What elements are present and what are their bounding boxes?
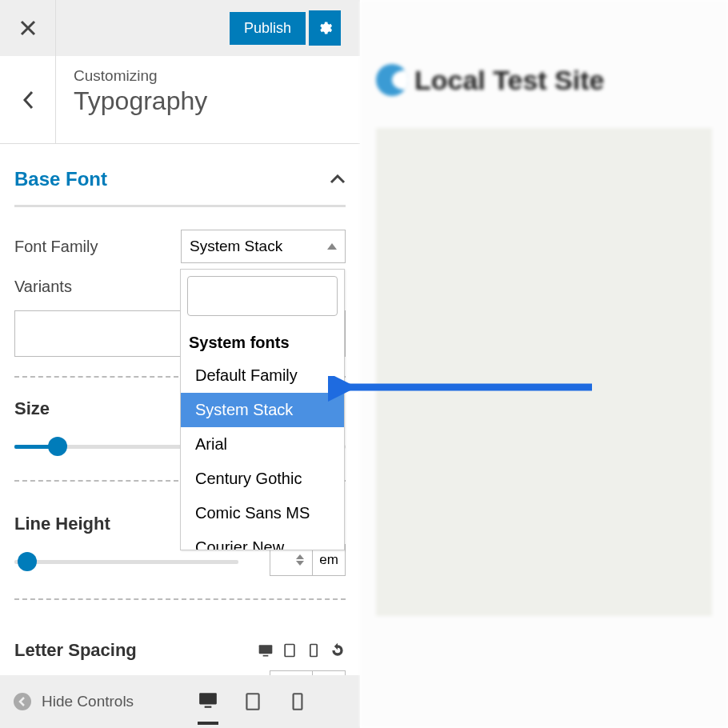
- chevron-up-icon: [330, 174, 346, 184]
- dropdown-item-arial[interactable]: Arial: [181, 427, 344, 462]
- reset-icon[interactable]: [330, 642, 346, 658]
- line-height-slider[interactable]: em: [14, 554, 346, 570]
- base-font-section[interactable]: Base Font: [14, 158, 346, 207]
- page-title: Typography: [74, 86, 207, 116]
- svg-point-4: [14, 693, 31, 710]
- dropdown-item-comic-sans[interactable]: Comic Sans MS: [181, 496, 344, 530]
- site-title: Local Test Site: [414, 65, 604, 96]
- variants-label: Variants: [14, 278, 72, 296]
- breadcrumb: Customizing: [74, 67, 207, 85]
- slider-thumb[interactable]: [18, 552, 37, 571]
- collapse-left-icon: [13, 692, 32, 711]
- hide-controls-button[interactable]: Hide Controls: [13, 692, 134, 711]
- tablet-icon[interactable]: [282, 642, 298, 658]
- dropdown-item-default-family[interactable]: Default Family: [181, 358, 344, 393]
- font-family-label: Font Family: [14, 238, 98, 256]
- dropdown-item-century-gothic[interactable]: Century Gothic: [181, 462, 344, 496]
- close-icon: [20, 20, 36, 36]
- dropdown-item-courier-new[interactable]: Courier New: [181, 530, 344, 550]
- triangle-up-icon: [327, 243, 337, 250]
- dropdown-group-header: System fonts: [181, 322, 344, 358]
- footer-desktop-button[interactable]: [198, 690, 218, 725]
- desktop-icon[interactable]: [258, 642, 274, 658]
- preview-content: [376, 128, 712, 616]
- back-button[interactable]: [0, 56, 56, 143]
- mobile-icon[interactable]: [306, 642, 322, 658]
- base-font-label: Base Font: [14, 168, 107, 190]
- svg-rect-2: [285, 645, 294, 657]
- gear-icon: [317, 20, 333, 36]
- close-button[interactable]: [0, 0, 56, 56]
- svg-rect-7: [247, 694, 259, 710]
- topbar: Publish: [0, 0, 360, 56]
- font-family-dropdown: System fonts Default Family System Stack…: [180, 269, 345, 550]
- svg-rect-8: [294, 694, 302, 710]
- svg-rect-0: [259, 645, 273, 654]
- font-family-selected: System Stack: [190, 238, 282, 255]
- svg-rect-6: [205, 706, 212, 708]
- svg-rect-5: [199, 693, 217, 704]
- line-height-value[interactable]: [270, 552, 294, 569]
- line-height-label: Line Height: [14, 514, 110, 534]
- chevron-left-icon: [22, 90, 34, 110]
- divider: [14, 598, 346, 600]
- stepper-up-icon[interactable]: [296, 554, 304, 559]
- settings-button[interactable]: [309, 10, 341, 46]
- preview-pane: Local Test Site: [360, 0, 728, 728]
- slider-thumb[interactable]: [48, 437, 67, 456]
- header-row: Customizing Typography: [0, 56, 360, 144]
- svg-rect-1: [263, 655, 269, 657]
- svg-rect-3: [310, 645, 317, 657]
- publish-button[interactable]: Publish: [230, 12, 306, 45]
- desktop-icon: [198, 690, 218, 710]
- mobile-icon[interactable]: [287, 691, 308, 712]
- font-family-select[interactable]: System Stack: [181, 230, 346, 263]
- site-logo: [376, 64, 408, 96]
- letter-spacing-label: Letter Spacing: [14, 640, 137, 661]
- dropdown-item-system-stack[interactable]: System Stack: [181, 393, 344, 427]
- footer: Hide Controls: [0, 675, 360, 728]
- stepper-down-icon[interactable]: [296, 561, 304, 566]
- tablet-icon[interactable]: [242, 691, 263, 712]
- dropdown-search-input[interactable]: [187, 276, 338, 316]
